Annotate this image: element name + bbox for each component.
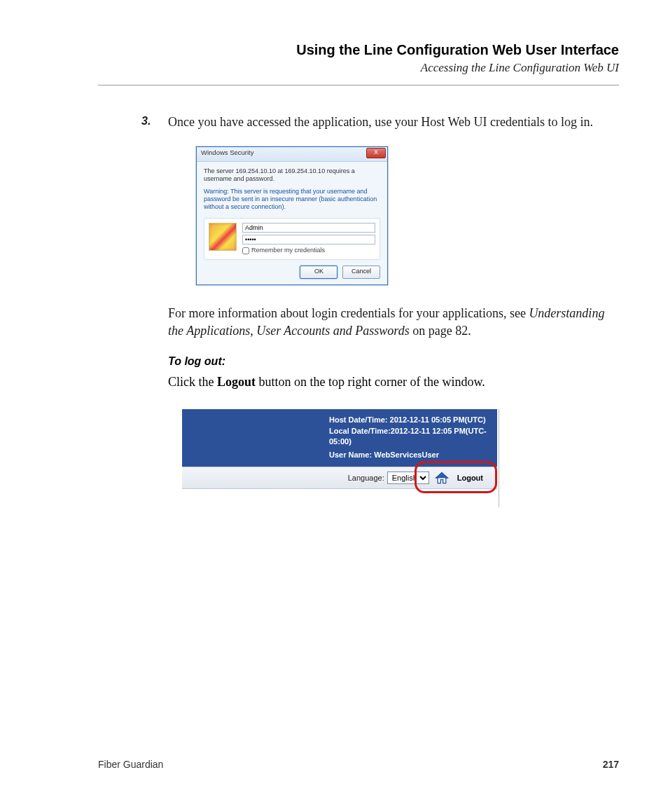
remember-checkbox[interactable] [242,247,249,254]
dialog-warning: Warning: This server is requesting that … [204,188,380,212]
host-datetime: Host Date/Time: 2012-12-11 05:05 PM(UTC) [329,415,489,425]
ok-button[interactable]: OK [300,266,338,279]
footer-product: Fiber Guardian [98,759,163,770]
step-text: Once you have accessed the application, … [168,115,593,129]
to-log-out-heading: To log out: [168,355,619,368]
page-header-subtitle: Accessing the Line Configuration Web UI [98,61,619,75]
password-field[interactable] [242,235,375,245]
remember-credentials[interactable]: Remember my credentials [242,247,375,254]
user-name-label: User Name: WebServicesUser [329,450,489,460]
para2-suffix: on page 82. [410,324,471,338]
username-field[interactable] [242,223,375,233]
dialog-message-1: The server 169.254.10.10 at 169.254.10.1… [204,167,380,184]
webui-info-bar: Host Date/Time: 2012-12-11 05:05 PM(UTC)… [182,409,497,467]
para3-logout-word: Logout [217,375,256,389]
paragraph-logout: Click the Logout button on the top right… [168,373,619,391]
windows-security-dialog: Windows Security X The server 169.254.10… [196,146,388,285]
dialog-title: Windows Security [201,149,254,156]
vertical-rule [499,409,499,507]
page-footer: Fiber Guardian 217 [98,759,619,770]
header-divider [98,85,619,85]
credentials-box: Remember my credentials [204,218,380,259]
step-3: 3. Once you have accessed the applicatio… [168,113,619,131]
para3-prefix: Click the [168,375,217,389]
user-avatar-icon [209,223,237,251]
footer-page-number: 217 [603,759,619,770]
local-datetime: Local Date/Time:2012-12-11 12:05 PM(UTC-… [329,426,489,448]
para2-prefix: For more information about login credent… [168,306,529,320]
paragraph-more-info: For more information about login credent… [168,305,619,340]
page-header-title: Using the Line Configuration Web User In… [98,42,619,58]
language-label: Language: [348,474,384,482]
webui-header-screenshot: Host Date/Time: 2012-12-11 05:05 PM(UTC)… [182,409,497,489]
highlight-circle [415,461,497,493]
remember-label: Remember my credentials [251,247,325,254]
para3-suffix: button on the top right corner of the wi… [256,375,485,389]
cancel-button[interactable]: Cancel [342,266,380,279]
step-number: 3. [141,113,151,129]
close-icon: X [374,149,378,156]
dialog-titlebar: Windows Security X [197,147,387,162]
close-button[interactable]: X [366,148,386,158]
